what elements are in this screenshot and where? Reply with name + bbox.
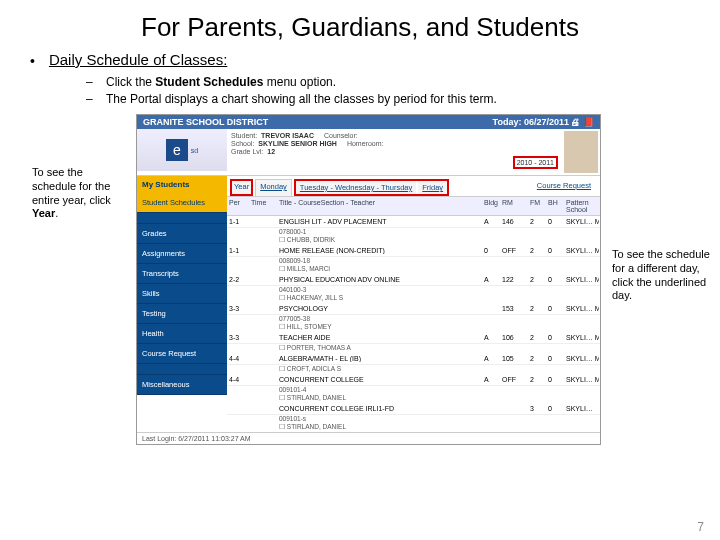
esd-logo: esd (137, 129, 227, 171)
sidebar-item-testing[interactable]: Testing (137, 304, 227, 324)
avatar (564, 131, 598, 173)
year-selector[interactable]: 2010 - 2011 (513, 156, 558, 169)
slide-title: For Parents, Guardians, and Students (0, 0, 720, 51)
sidebar-item-transcripts[interactable]: Transcripts (137, 264, 227, 284)
sidebar-item-schedules[interactable]: Student Schedules (137, 193, 227, 213)
sidebar-item-grades[interactable]: Grades (137, 224, 227, 244)
sub-bullet-2: – The Portal displays a chart showing al… (86, 92, 690, 106)
table-row: 4-4CONCURRENT COLLEGEAOFF20SKYLI… MAIN … (227, 374, 600, 386)
portal-screenshot: GRANITE SCHOOL DISTRICT Today: 06/27/201… (136, 114, 601, 445)
sub-bullet-1: – Click the Student Schedules menu optio… (86, 75, 690, 89)
footer-last-login: Last Login: 6/27/2011 11:03:27 AM (137, 432, 600, 444)
student-info: Student: TREVOR ISAAC Counselor: School:… (227, 129, 562, 175)
table-row: 1-1HOME RELEASE (NON-CREDIT)0OFF20SKYLI…… (227, 245, 600, 257)
sidebar-item[interactable] (137, 364, 227, 375)
table-row: 4-4ALGEBRA/MATH - EL (IB)A10520SKYLI… MA… (227, 353, 600, 365)
sidebar-item[interactable] (137, 213, 227, 224)
tab-twt[interactable]: Tuesday - Wednesday - Thursday (296, 181, 416, 194)
sidebar-item-course-request[interactable]: Course Request (137, 344, 227, 364)
day-tabs: Year Monday Tuesday - Wednesday - Thursd… (227, 176, 600, 197)
tab-monday[interactable]: Monday (255, 179, 292, 196)
schedule-rows: 1-1ENGLISH LIT - ADV PLACEMENTA14620SKYL… (227, 216, 600, 431)
bullet-main: • Daily Schedule of Classes: (30, 51, 690, 69)
table-row: 2-2PHYSICAL EDUCATION ADV ONLINEA12220SK… (227, 274, 600, 286)
page-number: 7 (697, 520, 704, 534)
sub-bullet-list: – Click the Student Schedules menu optio… (86, 75, 690, 106)
table-row: CONCURRENT COLLEGE IRLI1-FD30SKYLI… (227, 403, 600, 415)
bullet-marker: • (30, 51, 35, 69)
table-row: 3-3TEACHER AIDEA10620SKYLI… MAIN … (227, 332, 600, 344)
callout-left: To see the schedule for the entire year,… (30, 164, 130, 445)
district-label: GRANITE SCHOOL DISTRICT (143, 117, 268, 127)
link-course-request[interactable]: Course Request (531, 179, 597, 196)
tab-year[interactable]: Year (230, 179, 253, 196)
sidebar: My Students Student Schedules Grades Ass… (137, 176, 227, 432)
sidebar-item-health[interactable]: Health (137, 324, 227, 344)
tab-friday[interactable]: Friday (418, 181, 447, 194)
table-row: 3-3PSYCHOLOGY15320SKYLI… MAIN … (227, 303, 600, 315)
sidebar-item-misc[interactable]: Miscellaneous (137, 375, 227, 395)
table-row: 1-1ENGLISH LIT - ADV PLACEMENTA14620SKYL… (227, 216, 600, 228)
table-header: PerTimeTitle - CourseSection - TeacherBl… (227, 197, 600, 216)
sidebar-header: My Students (137, 176, 227, 193)
sidebar-item-skills[interactable]: Skills (137, 284, 227, 304)
sidebar-item-assignments[interactable]: Assignments (137, 244, 227, 264)
callout-right: To see the schedule for a different day,… (610, 246, 714, 305)
bullet-text: Daily Schedule of Classes: (49, 51, 227, 69)
